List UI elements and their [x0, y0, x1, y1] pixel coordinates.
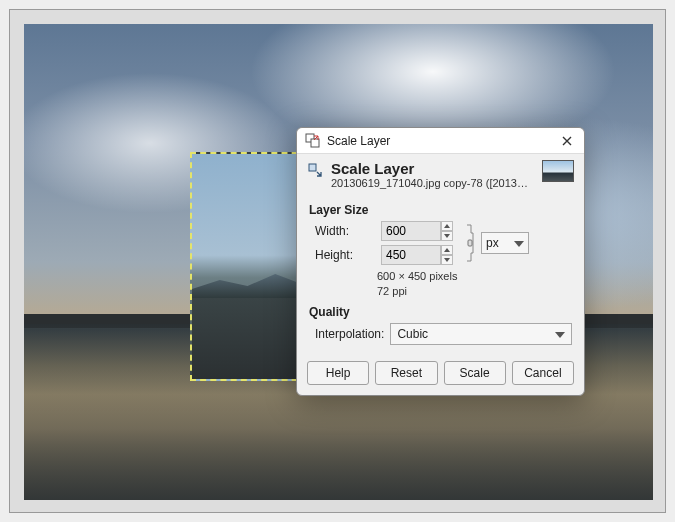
height-step-up[interactable] [441, 245, 453, 255]
chevron-down-icon [555, 327, 565, 341]
layer-thumbnail [542, 160, 574, 182]
dimensions-info: 600 × 450 pixels [377, 269, 572, 284]
svg-rect-1 [311, 139, 319, 147]
scale-layer-dialog: Scale Layer Scale Layer 20130619_171040.… [296, 127, 585, 396]
image-canvas[interactable]: Scale Layer Scale Layer 20130619_171040.… [24, 24, 653, 500]
svg-rect-3 [468, 240, 472, 246]
reset-button[interactable]: Reset [375, 361, 437, 385]
chevron-down-icon [514, 236, 524, 250]
quality-section-label: Quality [309, 305, 572, 319]
unit-select[interactable]: px [481, 232, 529, 254]
width-step-down[interactable] [441, 231, 453, 241]
cancel-button[interactable]: Cancel [512, 361, 574, 385]
app-frame: Scale Layer Scale Layer 20130619_171040.… [9, 9, 666, 513]
dialog-subtitle: 20130619_171040.jpg copy-78 ([20130701_… [331, 177, 534, 189]
unit-value: px [486, 236, 499, 250]
layer-size-section-label: Layer Size [309, 203, 572, 217]
svg-rect-2 [309, 164, 316, 171]
width-spinner[interactable] [381, 221, 459, 241]
chain-link-icon[interactable] [463, 221, 477, 265]
interpolation-value: Cubic [397, 327, 428, 341]
scale-icon [305, 133, 321, 149]
interpolation-select[interactable]: Cubic [390, 323, 572, 345]
height-label: Height: [315, 248, 377, 262]
ppi-info: 72 ppi [377, 284, 572, 299]
height-step-down[interactable] [441, 255, 453, 265]
height-spinner[interactable] [381, 245, 459, 265]
dialog-title: Scale Layer [327, 134, 556, 148]
dialog-heading: Scale Layer [331, 160, 534, 177]
scale-button[interactable]: Scale [444, 361, 506, 385]
resize-icon [307, 162, 323, 178]
dialog-titlebar[interactable]: Scale Layer [297, 128, 584, 154]
help-button[interactable]: Help [307, 361, 369, 385]
dialog-header: Scale Layer 20130619_171040.jpg copy-78 … [297, 154, 584, 193]
interpolation-label: Interpolation: [315, 327, 384, 341]
width-input[interactable] [381, 221, 441, 241]
dialog-button-row: Help Reset Scale Cancel [297, 353, 584, 395]
width-label: Width: [315, 224, 377, 238]
height-input[interactable] [381, 245, 441, 265]
width-step-up[interactable] [441, 221, 453, 231]
close-button[interactable] [556, 130, 578, 152]
